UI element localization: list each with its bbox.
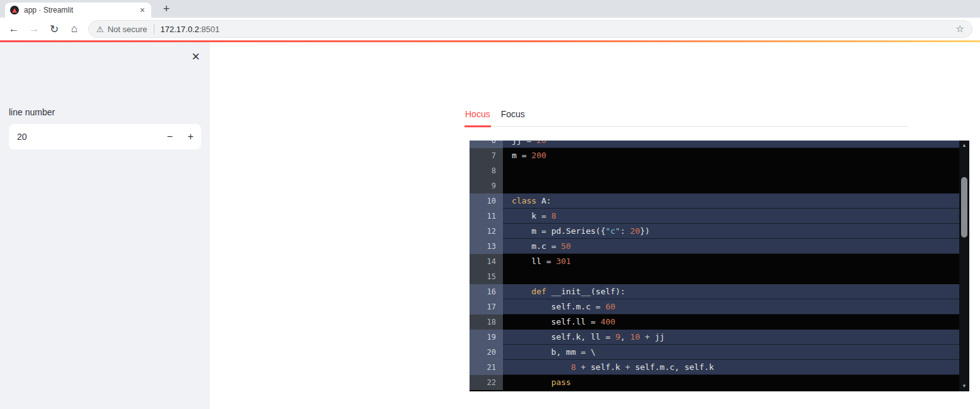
line-number: 14 — [470, 254, 503, 269]
code-line: 6jj = 20 — [470, 141, 959, 148]
line-number: 20 — [470, 345, 503, 360]
line-number: 22 — [470, 375, 503, 390]
code-line: 11 k = 8 — [470, 209, 959, 224]
code-text — [503, 178, 959, 193]
code-text: m.c = 50 — [503, 239, 959, 254]
back-icon[interactable]: ← — [8, 23, 20, 35]
browser-tab[interactable]: app · Streamlit × — [5, 3, 151, 18]
url-host: 172.17.0.2 — [161, 25, 199, 34]
scroll-up-icon[interactable]: ▲ — [962, 142, 967, 149]
line-number: 18 — [470, 314, 503, 330]
home-icon[interactable]: ⌂ — [68, 23, 81, 35]
code-line: 8 — [470, 163, 959, 178]
code-text: pass — [503, 375, 959, 390]
forward-icon[interactable]: → — [28, 23, 40, 35]
line-number: 8 — [470, 163, 503, 178]
code-text: k = 8 — [503, 209, 959, 224]
code-text: def __init__(self): — [503, 284, 959, 299]
sidebar-close-icon[interactable]: × — [192, 50, 200, 64]
code-text: jj = 20 — [503, 141, 959, 148]
tab-title: app · Streamlit — [24, 6, 134, 14]
line-number: 21 — [470, 360, 503, 375]
code-viewer: 6jj = 207m = 2008910class A:11 k = 812 m… — [470, 141, 969, 391]
line-number: 13 — [470, 239, 503, 254]
tab-close-icon[interactable]: × — [139, 5, 146, 15]
code-text — [503, 163, 959, 178]
decrement-button[interactable]: − — [159, 124, 180, 149]
line-number: 15 — [470, 269, 503, 284]
line-number: 16 — [470, 284, 503, 299]
code-line: 18 self.ll = 400 — [470, 314, 959, 330]
code-text: b, mm = \ — [503, 345, 959, 360]
reload-icon[interactable]: ↻ — [48, 23, 61, 36]
code-text — [503, 269, 959, 284]
line-number: 17 — [470, 299, 503, 314]
number-input-label: line number — [9, 107, 55, 117]
browser-toolbar: ← → ↻ ⌂ ⚠ Not secure 172.17.0.2 :8501 ☆ — [0, 18, 980, 40]
code-line: 7m = 200 — [470, 148, 959, 163]
code-line: 15 — [470, 269, 959, 284]
code-line: 16 def __init__(self): — [470, 284, 959, 299]
code-text: self.ll = 400 — [503, 314, 959, 330]
code-text: 8 + self.k + self.m.c, self.k — [503, 360, 959, 375]
scrollbar-thumb[interactable] — [961, 177, 967, 238]
line-number: 9 — [470, 178, 503, 193]
code-line: 17 self.m.c = 60 — [470, 299, 959, 314]
code-line: 21 8 + self.k + self.m.c, self.k — [470, 360, 959, 375]
code-lines: 6jj = 207m = 2008910class A:11 k = 812 m… — [470, 141, 959, 390]
line-number: 11 — [470, 209, 503, 224]
url-port: :8501 — [199, 25, 220, 34]
tab-focus[interactable]: Focus — [500, 108, 526, 126]
code-text: m = pd.Series({"c": 20}) — [503, 224, 959, 239]
address-divider — [154, 24, 154, 34]
new-tab-button[interactable]: + — [159, 2, 174, 16]
code-line: 14 ll = 301 — [470, 254, 959, 269]
code-text: class A: — [503, 193, 959, 209]
streamlit-favicon-icon — [10, 6, 19, 14]
code-line: 20 b, mm = \ — [470, 345, 959, 360]
code-line: 19 self.k, ll = 9, 10 + jj — [470, 330, 959, 345]
line-number: 10 — [470, 193, 503, 209]
tab-list: HocusFocus — [464, 108, 908, 127]
line-number: 12 — [470, 224, 503, 239]
code-text: ll = 301 — [503, 254, 959, 269]
security-label[interactable]: Not secure — [108, 25, 147, 34]
code-text: self.m.c = 60 — [503, 299, 959, 314]
bookmark-star-icon[interactable]: ☆ — [956, 23, 964, 35]
line-number-input[interactable]: 20 − + — [9, 124, 201, 149]
address-bar[interactable]: ⚠ Not secure 172.17.0.2 :8501 ☆ — [88, 20, 972, 38]
code-line: 22 pass — [470, 375, 959, 390]
line-number: 7 — [470, 148, 503, 163]
code-line: 9 — [470, 178, 959, 193]
code-line: 10class A: — [470, 193, 959, 209]
line-number: 19 — [470, 330, 503, 345]
tab-hocus[interactable]: Hocus — [464, 108, 491, 127]
code-text: m = 200 — [503, 148, 959, 163]
scroll-down-icon[interactable]: ▼ — [962, 383, 967, 389]
code-line: 13 m.c = 50 — [470, 239, 959, 254]
sidebar: × line number 20 − + — [0, 42, 210, 409]
browser-tab-strip: app · Streamlit × + — [0, 0, 980, 18]
increment-button[interactable]: + — [180, 124, 201, 149]
warning-icon: ⚠ — [96, 25, 104, 34]
code-text: self.k, ll = 9, 10 + jj — [503, 330, 959, 345]
code-line: 12 m = pd.Series({"c": 20}) — [470, 224, 959, 239]
code-scrollbar[interactable]: ▲ ▼ — [959, 141, 969, 391]
code-area: 6jj = 207m = 2008910class A:11 k = 812 m… — [470, 141, 959, 391]
line-number: 6 — [470, 141, 503, 148]
number-input-value[interactable]: 20 — [9, 132, 159, 142]
screen: app · Streamlit × + ← → ↻ ⌂ ⚠ Not secure… — [0, 0, 980, 409]
